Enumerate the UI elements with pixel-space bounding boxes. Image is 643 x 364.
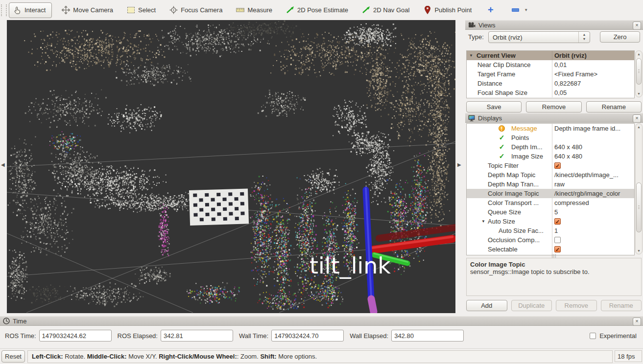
time-field-label: ROS Time: [5,332,36,340]
scroll-up-icon[interactable]: ▲ [636,125,642,129]
property-value[interactable]: /kinect/depth/image_... [552,170,634,180]
displays-close-icon[interactable]: × [633,114,641,123]
display-property-row-image-size[interactable]: ✓Image Size640 x 480 [467,152,634,161]
property-name: Depth Map Tran... [467,180,552,189]
display-property-row-color-image-topic[interactable]: Color Image Topic/kinect/rgb/image_color [467,189,634,198]
view-type-value: Orbit (rviz) [493,34,523,41]
property-value[interactable]: 640 x 480 [552,152,634,161]
checked-checkbox[interactable]: ✓ [554,162,561,169]
time-field-input[interactable] [271,330,344,341]
collapse-left-arrow-icon[interactable]: ◀ [1,162,5,167]
display-property-row-depth-map-topic[interactable]: Depth Map Topic/kinect/depth/image_... [467,170,634,180]
tool-interact[interactable]: Interact [9,2,52,18]
property-value[interactable]: 1 [552,226,634,235]
property-value[interactable]: compressed [552,198,634,207]
monitor-icon [468,115,475,121]
views-table-scrollbar[interactable]: ▲ ▼ [635,50,643,97]
tool-select[interactable]: Select [123,3,160,18]
unchecked-checkbox[interactable]: ✓ [554,237,561,243]
views-close-icon[interactable]: × [633,22,641,30]
spinner-arrows-icon[interactable]: ▲ ▼ [578,32,590,43]
rename-display-button[interactable]: Rename [601,300,642,311]
view-type-dropdown[interactable]: Orbit (rviz) ▲ ▼ [488,31,590,43]
duplicate-display-button[interactable]: Duplicate [511,300,552,311]
display-property-row-color-transport-[interactable]: Color Transport ...compressed [467,198,634,207]
toolbar-drag-handle[interactable] [1,4,7,16]
display-property-row-message[interactable]: !MessageDepth image frame id... [467,124,634,133]
add-tool-button[interactable]: + [482,3,499,18]
display-property-row-occlusion-comp-[interactable]: Occlusion Comp...✓ [467,235,634,245]
property-name: Topic Filter [467,161,552,170]
experimental-toggle[interactable]: Experimental [590,332,637,340]
property-value[interactable]: 0,822687 [552,79,634,88]
help-text: Rotate. [63,353,87,360]
time-field-input[interactable] [391,330,464,341]
reset-button[interactable]: Reset [1,350,25,363]
time-panel-titlebar[interactable]: Time × [0,316,643,326]
tool-move-camera[interactable]: Move Camera [58,3,117,18]
add-display-button[interactable]: Add [466,300,507,311]
display-property-row-depth-map-tran-[interactable]: Depth Map Tran...raw [467,180,634,189]
property-value[interactable]: 5 [552,207,634,217]
tool-2d-nav-goal[interactable]: 2D Nav Goal [358,3,413,18]
time-field-input[interactable] [39,330,112,341]
display-property-row-points[interactable]: ✓Points [467,133,634,142]
remove-display-button[interactable]: Remove [556,300,597,311]
property-value[interactable]: /kinect/rgb/image_color [552,189,634,198]
tool-publish-point[interactable]: Publish Point [419,3,476,18]
view-property-row[interactable]: Target Frame<Fixed Frame> [467,69,634,79]
view-property-row[interactable]: Focal Shape Size0,05 [467,88,634,97]
rename-view-button[interactable]: Rename [586,101,642,113]
displays-panel-titlebar[interactable]: Displays × [465,113,643,123]
views-panel-titlebar[interactable]: Views × [465,20,643,30]
views-scrollbar-thumb[interactable] [636,58,642,85]
expander-down-icon[interactable]: ▼ [469,51,473,60]
display-property-row-topic-filter[interactable]: Topic Filter✓ [467,161,634,170]
display-property-row-depth-im-[interactable]: ✓Depth Im...640 x 480 [467,142,634,152]
property-value[interactable] [552,133,634,142]
property-value[interactable]: 0,05 [552,88,634,97]
property-value[interactable]: Depth image frame id... [552,124,634,133]
unchecked-checkbox[interactable] [590,333,596,339]
checked-checkbox[interactable]: ✓ [554,246,561,252]
scroll-up-icon[interactable]: ▲ [636,52,642,56]
tool-2d-pose-estimate[interactable]: 2D Pose Estimate [282,3,352,18]
display-property-row-selectable[interactable]: Selectable✓ [467,245,634,254]
displays-scrollbar-thumb[interactable] [636,182,642,232]
scroll-down-icon[interactable]: ▼ [636,92,642,95]
property-name: Selectable [467,245,552,254]
time-close-icon[interactable]: × [633,318,641,326]
selection-box-icon [127,6,135,14]
current-view-header-row[interactable]: ▼Current ViewOrbit (rviz) [467,51,634,60]
view-property-row[interactable]: Near Clip Distance0,01 [467,60,634,69]
time-field-input[interactable] [161,330,233,341]
expander-down-icon[interactable]: ▼ [481,217,485,226]
property-name: Auto Size [467,217,552,226]
checked-checkbox[interactable]: ✓ [554,218,561,225]
displays-tree-scrollbar[interactable]: ▲ ▼ [635,123,643,254]
property-name: Focal Shape Size [467,88,552,97]
displays-buttons-row: AddDuplicateRemoveRename [466,300,642,311]
remove-view-button[interactable]: Remove [526,101,581,113]
property-value[interactable]: 640 x 480 [552,142,634,152]
property-value[interactable]: <Fixed Frame> [552,69,634,79]
display-property-row-queue-size[interactable]: Queue Size5 [467,207,634,217]
time-field-label: Wall Time: [239,332,268,340]
3d-viewport[interactable] [7,20,455,313]
property-value[interactable]: raw [552,180,634,189]
views-panel-title: Views [478,22,495,29]
collapse-right-arrow-icon[interactable]: ▶ [457,162,461,167]
zero-button[interactable]: Zero [600,31,640,43]
remove-tool-button[interactable]: ▼ [507,3,532,18]
property-name: Distance [467,79,552,88]
scroll-down-icon[interactable]: ▼ [636,249,642,252]
panel-splitter-handle[interactable]: ||| [465,255,643,257]
property-value[interactable]: 0,01 [552,60,634,69]
save-view-button[interactable]: Save [466,101,522,113]
display-property-row-auto-size-fac-[interactable]: Auto Size Fac...1 [467,226,634,235]
tool-focus-camera[interactable]: Focus Camera [166,3,226,18]
time-field-label: ROS Elapsed: [118,332,158,340]
view-property-row[interactable]: Distance0,822687 [467,79,634,88]
display-property-row-auto-size[interactable]: ▼Auto Size✓ [467,217,634,226]
tool-measure[interactable]: Measure [232,3,276,18]
